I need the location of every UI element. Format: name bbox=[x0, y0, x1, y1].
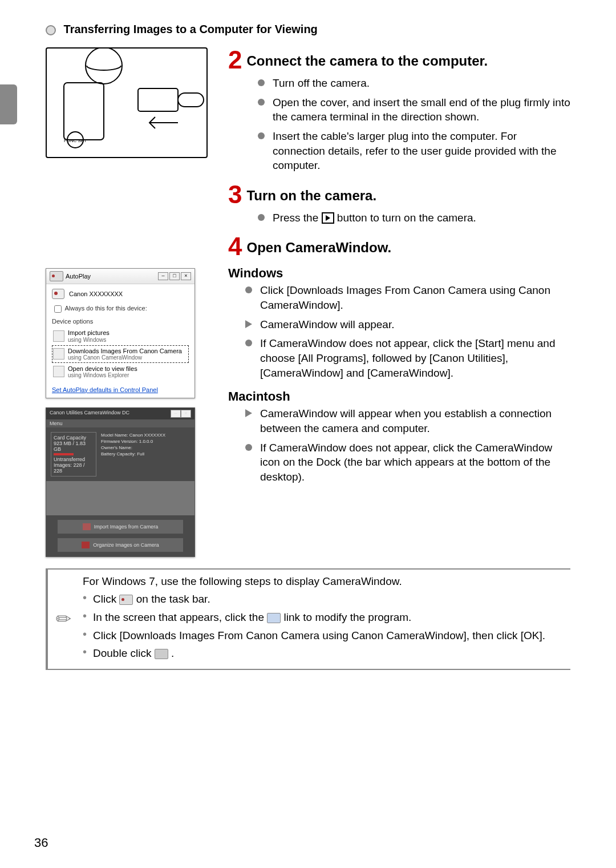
always-label: Always do this for this device: bbox=[52, 304, 189, 314]
step-2-bullet: Turn off the camera. bbox=[258, 76, 570, 91]
press-prefix: Press the bbox=[273, 212, 322, 224]
svg-rect-2 bbox=[138, 88, 178, 111]
note-line: For Windows 7, use the following steps t… bbox=[83, 574, 570, 589]
play-button-icon bbox=[322, 212, 334, 224]
downloads-images-icon bbox=[53, 348, 64, 360]
header-text: Transferring Images to a Computer for Vi… bbox=[64, 23, 318, 35]
cw-import-button[interactable]: Import Images from Camera bbox=[58, 520, 183, 534]
step-3-number: 3 bbox=[228, 182, 242, 207]
organize-images-icon bbox=[82, 542, 90, 548]
camerawindow-window: Canon Utilities CameraWindow DC – × Menu… bbox=[46, 407, 195, 557]
cw-card-info: Card Capacity 923 MB / 1.83 GB Untransfe… bbox=[51, 432, 96, 477]
close-icon[interactable]: × bbox=[181, 272, 191, 280]
cw-menu[interactable]: Menu bbox=[46, 419, 194, 427]
cw-close-icon[interactable]: × bbox=[181, 410, 191, 418]
autoplay-defaults-link[interactable]: Set AutoPlay defaults in Control Panel bbox=[52, 386, 189, 393]
autoplay-option-downloads[interactable]: Downloads Images From Canon Camerausing … bbox=[52, 345, 189, 363]
side-tab bbox=[0, 84, 17, 124]
camera-usb-illustration: FUNC SET bbox=[46, 47, 208, 158]
step-3-bullet: Press the button to turn on the camera. bbox=[258, 211, 570, 225]
autoplay-title: AutoPlay bbox=[66, 273, 91, 280]
capacity-bar-icon bbox=[54, 453, 74, 455]
autoplay-window: AutoPlay – □ × Canon XXXXXXXX Always do … bbox=[46, 268, 195, 398]
always-checkbox[interactable] bbox=[54, 305, 62, 313]
program-link-icon bbox=[267, 613, 281, 623]
step-4-title: Open CameraWindow. bbox=[246, 240, 391, 256]
step-2-title: Connect the camera to the computer. bbox=[246, 53, 488, 69]
page-header: Transferring Images to a Computer for Vi… bbox=[46, 23, 570, 36]
windows-bullet: If CameraWindow does not appear, click t… bbox=[245, 336, 570, 380]
step-4-number: 4 bbox=[228, 234, 242, 259]
note-line: In the screen that appears, click the li… bbox=[83, 610, 570, 625]
windows-bullet: CameraWindow will appear. bbox=[245, 317, 570, 332]
cw-device-info: Model Name: Canon XXXXXXX Firmware Versi… bbox=[101, 432, 190, 477]
import-images-icon bbox=[83, 523, 91, 530]
windows-bullet: Click [Downloads Images From Canon Camer… bbox=[245, 283, 570, 312]
autoplay-icon bbox=[50, 271, 63, 281]
note-line: Click on the task bar. bbox=[83, 592, 570, 607]
mac-heading: Macintosh bbox=[228, 389, 570, 404]
mac-bullet: If CameraWindow does not appear, click t… bbox=[245, 441, 570, 485]
header-bullet-icon bbox=[46, 25, 56, 35]
svg-text:FUNC SET: FUNC SET bbox=[64, 138, 87, 143]
svg-point-0 bbox=[86, 49, 122, 84]
svg-rect-1 bbox=[64, 83, 104, 140]
note-box: ✎ For Windows 7, use the following steps… bbox=[46, 568, 570, 670]
svg-rect-3 bbox=[178, 93, 204, 107]
minimize-icon[interactable]: – bbox=[158, 272, 168, 280]
maximize-icon[interactable]: □ bbox=[169, 272, 180, 280]
note-line: Double click . bbox=[83, 646, 570, 661]
cw-organize-button[interactable]: Organize Images on Camera bbox=[58, 538, 183, 552]
device-name: Canon XXXXXXXX bbox=[69, 290, 123, 297]
page-number: 36 bbox=[34, 835, 48, 850]
autoplay-option-open-device[interactable]: Open device to view filesusing Windows E… bbox=[52, 363, 189, 381]
mac-bullet: CameraWindow will appear when you establ… bbox=[245, 406, 570, 435]
press-suffix: button to turn on the camera. bbox=[337, 212, 476, 224]
step-2-bullet: Open the cover, and insert the small end… bbox=[258, 95, 570, 124]
step-2-bullet: Insert the cable's larger plug into the … bbox=[258, 129, 570, 173]
step-2-number: 2 bbox=[228, 47, 242, 72]
open-device-icon bbox=[53, 366, 64, 377]
step-3-title: Turn on the camera. bbox=[246, 188, 376, 204]
camerawindow-app-icon bbox=[155, 649, 168, 659]
cw-minimize-icon[interactable]: – bbox=[171, 410, 181, 418]
windows-heading: Windows bbox=[228, 266, 570, 281]
pencil-note-icon: ✎ bbox=[51, 606, 77, 632]
device-options-label: Device options bbox=[52, 318, 189, 325]
cw-title: Canon Utilities CameraWindow DC bbox=[50, 410, 129, 418]
device-icon bbox=[52, 289, 64, 299]
import-pictures-icon bbox=[53, 330, 64, 342]
autoplay-option-import[interactable]: Import picturesusing Windows bbox=[52, 327, 189, 345]
device-taskbar-icon bbox=[119, 595, 133, 605]
note-line: Click [Downloads Images From Canon Camer… bbox=[83, 628, 570, 643]
